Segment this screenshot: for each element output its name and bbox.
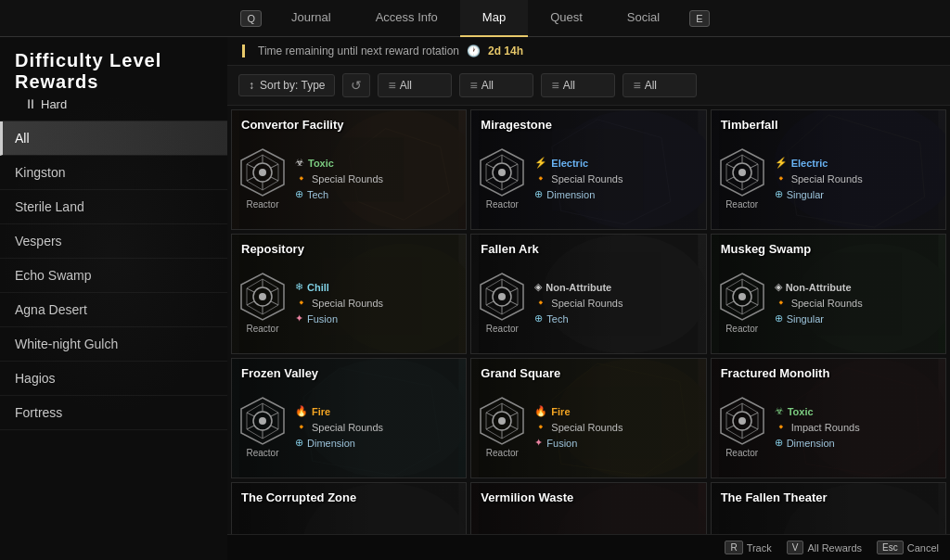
- reward-timer-value: 2d 14h: [488, 45, 523, 57]
- svg-point-34: [738, 169, 746, 176]
- svg-line-65: [510, 288, 518, 292]
- page-content: Difficulty Level Rewards ⏸ Hard All King…: [0, 37, 950, 560]
- svg-line-79: [726, 301, 734, 305]
- card-content: Frozen Valley: [232, 359, 466, 477]
- filter-bar: ↕ Sort by: Type ↺ ≡ All ≡ All ≡ All ≡ Al…: [227, 66, 950, 106]
- refresh-button[interactable]: ↺: [342, 73, 370, 97]
- tab-quest[interactable]: Quest: [528, 0, 605, 37]
- stat-sub: Special Rounds: [312, 422, 383, 433]
- sort-button[interactable]: ↕ Sort by: Type: [238, 74, 335, 96]
- reactor-icon-wrap: Reactor: [717, 396, 767, 458]
- sidebar-item-kingston[interactable]: Kingston: [0, 156, 227, 190]
- key-e: E: [689, 10, 709, 27]
- filter-dropdown-2[interactable]: ≡ All: [459, 73, 533, 97]
- card-frozen-valley[interactable]: Frozen Valley: [231, 358, 467, 478]
- card-content: Miragestone: [471, 110, 705, 229]
- reactor-hex: [717, 147, 767, 197]
- card-timberfall[interactable]: Timberfall: [711, 109, 946, 230]
- card-stats: ◈ Non-Attribute 🔸 Special Rounds ⊕ Tech: [534, 281, 700, 325]
- difficulty-icon: ⏸: [24, 96, 37, 111]
- stat-row-1: ◈ Non-Attribute: [534, 281, 700, 293]
- card-muskeg-swamp[interactable]: Muskeg Swamp: [711, 234, 946, 354]
- card-name-muskeg-swamp: Muskeg Swamp: [712, 235, 945, 260]
- all-rewards-action[interactable]: V All Rewards: [787, 541, 862, 554]
- card-miragestone[interactable]: Miragestone: [470, 109, 706, 230]
- tab-access-info[interactable]: Access Info: [353, 0, 460, 37]
- reactor-icon-wrap: Reactor: [477, 272, 527, 334]
- cancel-action[interactable]: Esc Cancel: [877, 541, 939, 554]
- stat-type: Toxic: [788, 406, 814, 417]
- card-stats: ⚡ Electric 🔸 Special Rounds ⊕ Singular: [775, 157, 940, 200]
- stat-sub2: Dimension: [546, 189, 595, 200]
- card-content: The Fallen Theater: [712, 483, 945, 534]
- filter-label-3: All: [563, 79, 575, 92]
- filter-dropdown-1[interactable]: ≡ All: [378, 73, 452, 97]
- card-name-repository: Repository: [232, 235, 466, 260]
- stat-row-3: ⊕ Singular: [775, 188, 940, 200]
- stat-row-2: 🔸 Impact Rounds: [775, 421, 940, 433]
- card-vermilion-waste[interactable]: Vermilion Waste: [470, 482, 706, 534]
- svg-line-26: [510, 164, 518, 168]
- sidebar-item-sterile-land[interactable]: Sterile Land: [0, 190, 227, 224]
- sidebar-item-vespers[interactable]: Vespers: [0, 224, 227, 259]
- card-name-miragestone: Miragestone: [471, 110, 705, 135]
- page-title-area: Difficulty Level Rewards ⏸ Hard: [0, 37, 227, 121]
- card-stats: ❄ Chill 🔸 Special Rounds ✦ Fusion: [295, 281, 460, 325]
- stat-row-2: 🔸 Special Rounds: [295, 421, 460, 433]
- tab-social[interactable]: Social: [605, 0, 682, 37]
- stat-row-3: ⊕ Dimension: [534, 188, 700, 200]
- stat-row-1: ☣ Toxic: [775, 405, 940, 417]
- stat-sub: Special Rounds: [312, 173, 383, 185]
- sidebar-item-fortress[interactable]: Fortress: [0, 396, 227, 430]
- svg-line-25: [510, 177, 518, 181]
- card-fractured-monolith[interactable]: Fractured Monolith: [711, 358, 946, 478]
- card-repository[interactable]: Repository: [231, 234, 467, 354]
- reactor-label: Reactor: [246, 448, 278, 458]
- sidebar-item-echo-swamp[interactable]: Echo Swamp: [0, 259, 227, 293]
- stat-sub: Special Rounds: [551, 298, 623, 309]
- bonus-icon: ⊕: [534, 188, 543, 200]
- svg-point-113: [738, 417, 746, 425]
- svg-line-52: [271, 288, 278, 292]
- svg-line-90: [271, 426, 278, 429]
- card-fallen-ark[interactable]: Fallen Ark: [470, 234, 706, 354]
- tab-map[interactable]: Map: [460, 0, 528, 37]
- bonus-icon: ⊕: [295, 188, 303, 200]
- filter-dropdown-3[interactable]: ≡ All: [541, 73, 615, 97]
- svg-line-40: [726, 177, 734, 181]
- svg-line-78: [751, 288, 758, 292]
- card-stats: ☣ Toxic 🔸 Special Rounds ⊕ Tech: [295, 157, 460, 200]
- sidebar-item-hagios[interactable]: Hagios: [0, 362, 227, 396]
- svg-line-10: [247, 164, 254, 168]
- sidebar-item-agna-desert[interactable]: Agna Desert: [0, 293, 227, 327]
- card-grand-square[interactable]: Grand Square: [470, 358, 706, 478]
- card-body: Reactor ◈ Non-Attribute 🔸 Special Rounds: [471, 260, 705, 353]
- reward-rotation-text: Time remaining until next reward rotatio…: [258, 45, 459, 57]
- reactor-label: Reactor: [486, 448, 519, 458]
- stat-type: Chill: [307, 282, 329, 293]
- card-name-corrupted-zone: The Corrupted Zone: [232, 483, 466, 508]
- filter-dropdown-4[interactable]: ≡ All: [623, 73, 697, 97]
- stat-row-3: ✦ Fusion: [295, 312, 460, 325]
- stat-type: Toxic: [308, 158, 334, 169]
- stat-type: Electric: [791, 158, 828, 169]
- card-corrupted-zone[interactable]: The Corrupted Zone: [231, 482, 467, 534]
- card-convertor-facility[interactable]: Convertor Facility: [231, 109, 467, 230]
- track-action[interactable]: R Track: [725, 541, 771, 554]
- tab-journal[interactable]: Journal: [269, 0, 353, 37]
- top-navigation: Q Journal Access Info Map Quest Social E: [0, 0, 950, 37]
- stat-sub: Special Rounds: [551, 173, 623, 185]
- svg-line-38: [751, 177, 758, 181]
- stat-row-1: 🔥 Fire: [295, 405, 460, 417]
- card-stats: ⚡ Electric 🔸 Special Rounds ⊕ Dimension: [534, 157, 700, 200]
- element-icon: ◈: [534, 281, 542, 293]
- filter-label-2: All: [481, 79, 494, 92]
- sidebar-item-all[interactable]: All: [0, 121, 227, 156]
- reactor-hex: [477, 272, 527, 322]
- sidebar-item-white-night-gulch[interactable]: White-night Gulch: [0, 327, 227, 362]
- card-content: Fallen Ark: [471, 235, 705, 353]
- reactor-icon-wrap: Reactor: [238, 396, 288, 458]
- card-fallen-theater[interactable]: The Fallen Theater: [711, 482, 946, 534]
- svg-line-51: [271, 301, 278, 305]
- svg-point-60: [498, 293, 506, 300]
